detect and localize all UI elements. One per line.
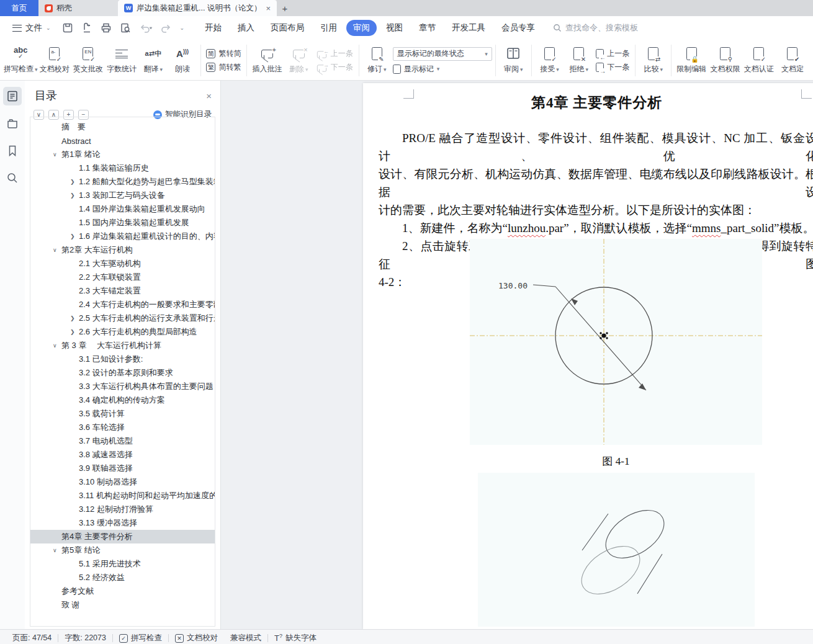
- toc-item[interactable]: 致 谢: [30, 598, 215, 612]
- toc-item[interactable]: 参考文献: [30, 584, 215, 598]
- toc-item[interactable]: 1.5 国内岸边集装箱起重机发展: [30, 216, 215, 230]
- next-change-button[interactable]: 下一条: [596, 62, 629, 73]
- delete-comment-button[interactable]: 删除▾: [284, 42, 313, 79]
- comments-panel-button[interactable]: [3, 114, 22, 133]
- menu-tab[interactable]: 审阅: [346, 20, 377, 36]
- insert-comment-button[interactable]: 插入批注: [250, 42, 284, 79]
- chevron-icon[interactable]: ❯: [70, 192, 79, 199]
- toc-item[interactable]: 1.4 国外岸边集装箱起重机发展动向: [30, 202, 215, 216]
- command-search[interactable]: 查找命令、搜索模板: [553, 22, 638, 34]
- toc-item[interactable]: ∨ 第2章 大车运行机构: [30, 243, 215, 257]
- toc-item[interactable]: 第4章 主要零件分析: [30, 530, 215, 543]
- close-tab-icon[interactable]: ×: [266, 4, 271, 13]
- new-tab-button[interactable]: +: [277, 0, 293, 16]
- export-pdf-button[interactable]: [81, 22, 92, 34]
- menu-tab[interactable]: 页面布局: [264, 20, 311, 36]
- document-authentication-button[interactable]: 文档认证: [742, 42, 776, 79]
- chevron-icon[interactable]: ❯: [70, 329, 79, 335]
- bookmarks-panel-button[interactable]: [3, 141, 22, 160]
- next-comment-button[interactable]: 下一条: [316, 62, 353, 73]
- read-aloud-button[interactable]: A))) 朗读: [168, 42, 197, 79]
- menu-tab[interactable]: 引用: [313, 20, 344, 36]
- toc-item[interactable]: 3.10 制动器选择: [30, 475, 215, 489]
- chevron-icon[interactable]: ❯: [70, 179, 79, 185]
- tab-document[interactable]: W 岸边集装箱起重机... 说明书（论文） ×: [118, 0, 277, 16]
- review-pane-button[interactable]: 审阅▾: [499, 42, 528, 79]
- document-proof-status[interactable]: ✕ 文档校对: [169, 633, 224, 643]
- print-button[interactable]: [101, 22, 112, 34]
- toc-panel-button[interactable]: [3, 87, 22, 105]
- save-button[interactable]: [62, 22, 73, 34]
- toc-item[interactable]: 3.7 电动机选型: [30, 434, 215, 448]
- toc-item[interactable]: 2.3 大车锚定装置: [30, 284, 215, 298]
- tab-home[interactable]: 首页: [0, 0, 38, 16]
- chevron-icon[interactable]: ∨: [53, 151, 61, 158]
- toc-item[interactable]: ❯ 1.6 岸边集装箱起重机设计的目的、内容和 ...: [30, 230, 215, 243]
- toc-item[interactable]: 5.2 经济效益: [30, 571, 215, 584]
- menu-tab[interactable]: 插入: [231, 20, 261, 36]
- chevron-icon[interactable]: ∨: [53, 342, 61, 349]
- previous-change-button[interactable]: 上一条: [596, 48, 629, 59]
- menu-tab[interactable]: 会员专享: [495, 20, 542, 36]
- trad-to-simp-button[interactable]: 简 繁转简: [206, 48, 241, 59]
- toc-item[interactable]: 3.8 减速器选择: [30, 448, 215, 462]
- toc-item[interactable]: ∨ 第 3 章 大车运行机构计算: [30, 339, 215, 352]
- toc-item[interactable]: 3.2 设计的基本原则和要求: [30, 366, 215, 380]
- figure-sketch-4-1[interactable]: 130.00: [470, 239, 762, 445]
- english-correction-button[interactable]: EN 英文批改: [71, 42, 105, 79]
- word-count-button[interactable]: 字数统计: [105, 42, 138, 79]
- translate-button[interactable]: a⇄中 翻译▾: [138, 42, 168, 79]
- chevron-icon[interactable]: ❯: [70, 233, 79, 239]
- spell-check-button[interactable]: abc✓ 拼写检查▾: [4, 42, 38, 79]
- toc-item[interactable]: 3.12 起制动打滑验算: [30, 503, 215, 516]
- close-icon[interactable]: ×: [206, 91, 212, 101]
- undo-button[interactable]: [139, 22, 153, 34]
- menu-tab[interactable]: 章节: [412, 20, 442, 36]
- chevron-icon[interactable]: ❯: [70, 315, 79, 321]
- toc-item[interactable]: 3.6 车轮选择: [30, 421, 215, 434]
- toc-item[interactable]: 3.11 机构起动时间和起动平均加速度的验 ...: [30, 489, 215, 503]
- markup-state-dropdown[interactable]: 显示标记的最终状态 ▾: [393, 47, 492, 61]
- menu-tab[interactable]: 开发工具: [445, 20, 492, 36]
- chevron-icon[interactable]: ∨: [53, 547, 61, 553]
- document-page[interactable]: 第4章 主要零件分析 PRO/E 融合了造型设计、零件设计、组件装配、模具设计、…: [363, 83, 813, 629]
- redo-button[interactable]: [161, 22, 172, 34]
- toc-item[interactable]: ❯ 2.5 大车行走机构的运行支承装置和行走 ...: [30, 311, 215, 325]
- find-panel-button[interactable]: [3, 169, 22, 187]
- toc-item[interactable]: 2.4 大车行走机构的一般要求和主要零部件 ...: [30, 298, 215, 311]
- document-permission-button[interactable]: 文档权限: [708, 42, 742, 79]
- file-menu-button[interactable]: 文件 ⌄: [7, 22, 56, 34]
- toc-item[interactable]: ❯ 1.3 装卸工艺与码头设备: [30, 189, 215, 202]
- document-finalize-button[interactable]: 文档定: [776, 42, 809, 79]
- figure-model-4-2[interactable]: [478, 473, 755, 627]
- toc-item[interactable]: ❯ 2.6 大车行走机构的典型局部构造: [30, 325, 215, 339]
- track-changes-button[interactable]: 修订▾: [362, 42, 392, 79]
- toc-item[interactable]: ∨ 第1章 绪论: [30, 148, 215, 161]
- toc-item[interactable]: 2.2 大车联锁装置: [30, 271, 215, 284]
- print-preview-button[interactable]: [120, 22, 131, 34]
- toc-item[interactable]: 摘 要: [30, 120, 215, 134]
- toc-item[interactable]: ∨ 第5章 结论: [30, 543, 215, 557]
- toc-item[interactable]: 3.4 确定机构的传动方案: [30, 393, 215, 407]
- word-count-indicator[interactable]: 字数: 22073: [58, 633, 112, 643]
- toc-item[interactable]: 3.3 大车运行机构具体布置的主要问题: [30, 380, 215, 393]
- accept-change-button[interactable]: 接受▾: [535, 42, 564, 79]
- document-proofing-button[interactable]: a- 文档校对: [38, 42, 71, 79]
- toc-item[interactable]: Abstract: [30, 134, 215, 148]
- toc-item[interactable]: 2.1 大车驱动机构: [30, 257, 215, 271]
- customize-toolbar-icon[interactable]: ⌄: [180, 25, 185, 31]
- missing-font-indicator[interactable]: T? 缺失字体: [268, 633, 323, 643]
- toc-item[interactable]: 3.1 已知设计参数:: [30, 352, 215, 366]
- reject-change-button[interactable]: 拒绝▾: [564, 42, 593, 79]
- restrict-editing-button[interactable]: 限制编辑: [675, 42, 708, 79]
- toc-item[interactable]: 3.5 载荷计算: [30, 407, 215, 421]
- tab-docer[interactable]: 稻壳: [38, 0, 118, 16]
- page-indicator[interactable]: 页面: 47/54: [6, 633, 58, 643]
- previous-comment-button[interactable]: 上一条: [316, 48, 353, 59]
- simp-to-trad-button[interactable]: 繁 简转繁: [206, 62, 241, 73]
- compatibility-mode-indicator[interactable]: 兼容模式: [224, 633, 267, 643]
- menu-tab[interactable]: 视图: [379, 20, 410, 36]
- menu-tab[interactable]: 开始: [198, 20, 228, 36]
- toc-item[interactable]: 3.13 缓冲器选择: [30, 516, 215, 530]
- toc-item[interactable]: ❯ 1.2 船舶大型化趋势与超巴拿马型集装箱运 ...: [30, 175, 215, 189]
